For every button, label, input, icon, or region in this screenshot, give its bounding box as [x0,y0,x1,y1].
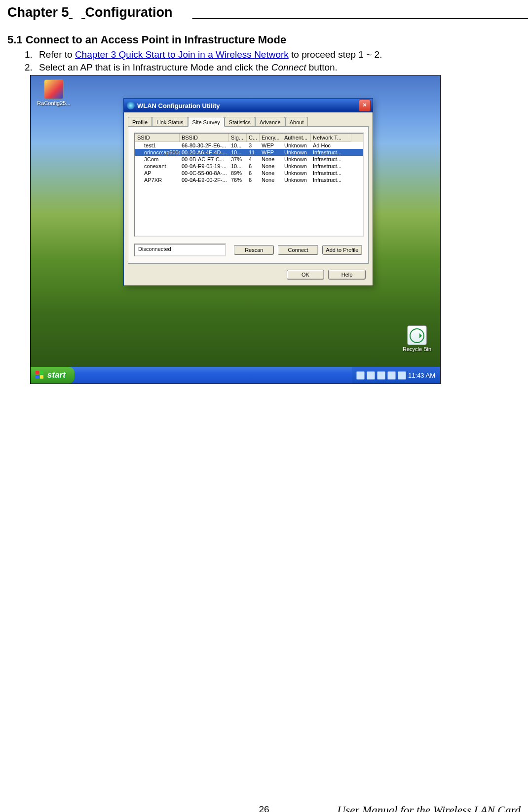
dialog-titlebar[interactable]: WLAN Configuration Utility × [124,99,373,112]
cell: 00-20-A6-4F-4D-... [180,149,229,156]
raconfig-shortcut[interactable]: RaConfig25... [37,79,71,106]
cell: 6 [247,177,260,183]
connect-button[interactable]: Connect [278,245,318,255]
tray-icon[interactable] [377,371,385,380]
cell: conexant [135,163,180,170]
cell: Unknown [282,170,311,177]
tray-icon[interactable] [398,371,406,380]
recycle-bin[interactable]: Recycle Bin [400,325,434,352]
tab-site-survey[interactable]: Site Survey [188,117,225,127]
raconfig-label: RaConfig25... [37,100,71,106]
cell: Unknown [282,156,311,163]
ap-list[interactable]: SSID BSSID Sig... C... Encry... Authent.… [134,133,364,237]
table-row[interactable]: orinoco:ap600g00-20-A6-4F-4D-...10...11W… [135,149,363,156]
connection-status: Disconnected [134,244,226,256]
cell: None [260,156,282,163]
col-network[interactable]: Network T... [311,134,351,142]
cell: AP [135,170,180,177]
col-auth[interactable]: Authent... [282,134,311,142]
recycle-bin-icon [407,325,427,345]
ok-button[interactable]: OK [287,270,324,280]
cell: 10... [229,149,247,156]
cell: Unknown [282,177,311,183]
help-button[interactable]: Help [328,270,366,280]
close-button[interactable]: × [359,100,371,111]
cell: Ad Hoc [311,142,351,149]
cell: 6 [247,170,260,177]
cell: Unknown [282,149,311,156]
cell: orinoco:ap600g [135,149,180,156]
dialog-title: WLAN Configuration Utility [137,102,220,109]
cell: 00-0C-55-00-8A-... [180,170,229,177]
screenshot: RaConfig25... Recycle Bin WLAN Configura… [30,75,441,384]
cell: 66-80-30-2F-E6-... [180,142,229,149]
table-row[interactable]: test166-80-30-2F-E6-...10...3WEPUnknownA… [135,142,363,149]
cell: 76% [229,177,247,183]
step-1: Refer to Chapter 3 Quick Start to Join i… [35,49,521,60]
step-2: Select an AP that is in Infrastructure M… [35,62,521,73]
cell: Unknown [282,142,311,149]
cell: 3Com [135,156,180,163]
col-signal[interactable]: Sig... [229,134,247,142]
section-title: 5.1 Connect to an Access Point in Infras… [7,34,521,46]
cell: 3 [247,142,260,149]
cell: Infrastruct... [311,156,351,163]
cell: None [260,170,282,177]
tab-strip: Profile Link Status Site Survey Statisti… [124,112,373,126]
tab-statistics[interactable]: Statistics [225,117,255,127]
cell: 11 [247,149,260,156]
tray-icon[interactable] [356,371,365,380]
cell: Infrastruct... [311,149,351,156]
rescan-button[interactable]: Rescan [234,245,274,255]
ap-list-body[interactable]: test166-80-30-2F-E6-...10...3WEPUnknownA… [135,142,363,236]
chapter-heading: Chapter 5 Configuration [7,5,521,21]
clock[interactable]: 11:43 AM [408,372,435,379]
cell: 6 [247,163,260,170]
windows-logo-icon [36,371,44,380]
cell: None [260,163,282,170]
cell: AP7XR [135,177,180,183]
cell: 10... [229,142,247,149]
add-to-profile-button[interactable]: Add to Profile [322,245,362,255]
cell: Infrastruct... [311,177,351,183]
tab-profile[interactable]: Profile [128,117,152,127]
table-row[interactable]: conexant00-0A-E9-05-19-...10...6NoneUnkn… [135,163,363,170]
chapter3-link[interactable]: Chapter 3 Quick Start to Join in a Wirel… [75,49,289,60]
cell: 89% [229,170,247,177]
cell: 00-0A-E9-05-19-... [180,163,229,170]
col-ssid[interactable]: SSID [135,134,180,142]
tray-icon[interactable] [367,371,375,380]
cell: None [260,177,282,183]
recycle-bin-label: Recycle Bin [400,346,434,352]
tab-advance[interactable]: Advance [255,117,285,127]
wlan-app-icon [127,102,135,109]
table-row[interactable]: 3Com00-0B-AC-E7-C...37%4NoneUnknownInfra… [135,156,363,163]
close-icon: × [363,101,367,108]
start-button[interactable]: start [31,367,75,384]
tab-about[interactable]: About [285,117,308,127]
col-encrypt[interactable]: Encry... [260,134,282,142]
cell: 00-0A-E9-00-2F-... [180,177,229,183]
cell: 00-0B-AC-E7-C... [180,156,229,163]
table-row[interactable]: AP7XR00-0A-E9-00-2F-...76%6NoneUnknownIn… [135,177,363,183]
cell: 10... [229,163,247,170]
tab-link-status[interactable]: Link Status [152,117,188,127]
tray-icon[interactable] [387,371,396,380]
raconfig-icon [44,79,64,99]
cell: 37% [229,156,247,163]
connect-button-reference: Connect [271,62,306,72]
col-bssid[interactable]: BSSID [180,134,229,142]
cell: WEP [260,149,282,156]
cell: 4 [247,156,260,163]
wlan-config-dialog: WLAN Configuration Utility × Profile Lin… [123,98,373,286]
table-row[interactable]: AP00-0C-55-00-8A-...89%6NoneUnknownInfra… [135,170,363,177]
cell: WEP [260,142,282,149]
system-tray[interactable]: 11:43 AM [352,367,440,384]
site-survey-panel: SSID BSSID Sig... C... Encry... Authent.… [128,126,369,264]
cell: Infrastruct... [311,163,351,170]
cell: Infrastruct... [311,170,351,177]
ap-list-header[interactable]: SSID BSSID Sig... C... Encry... Authent.… [135,134,363,142]
taskbar[interactable]: start 11:43 AM [31,367,440,384]
chapter-label: Chapter 5 [7,5,69,20]
col-channel[interactable]: C... [247,134,260,142]
